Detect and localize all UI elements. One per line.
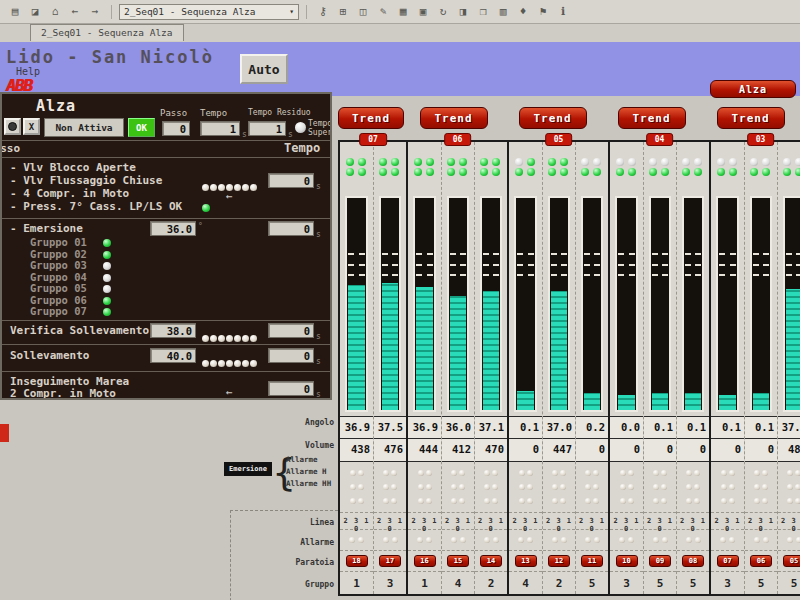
export-page-icon[interactable]: ◪ xyxy=(26,4,44,20)
paratoia-badge[interactable]: 13 xyxy=(515,555,537,567)
level-bar xyxy=(379,196,401,412)
paratoia-badge[interactable]: 16 xyxy=(414,555,436,567)
green-led xyxy=(682,168,690,176)
page-selector-dropdown[interactable]: 2_Seq01 - Sequenza Alza ▾ xyxy=(119,4,299,20)
print-icon[interactable]: ▤ xyxy=(6,4,24,20)
gruppo-number: 4 xyxy=(442,571,474,594)
green-led xyxy=(426,158,434,166)
volume-value: 0 xyxy=(745,439,777,462)
alarm-led xyxy=(620,484,626,490)
paratoia-badge[interactable]: 08 xyxy=(682,555,704,567)
alarm-led xyxy=(763,537,769,543)
trend-button[interactable]: Trend xyxy=(618,107,686,129)
paratoia-badge[interactable]: 17 xyxy=(379,555,401,567)
bar-tick-mark xyxy=(786,253,800,255)
group-number-badge[interactable]: 04 xyxy=(646,133,674,146)
paratoia-badge[interactable]: 14 xyxy=(480,555,502,567)
paratoia-badge[interactable]: 11 xyxy=(581,555,603,567)
alarm-leds-cell xyxy=(475,462,507,512)
alarm-led xyxy=(619,537,625,543)
database-icon[interactable]: ▣ xyxy=(414,4,432,20)
pin-icon[interactable]: ♦ xyxy=(514,4,532,20)
bar-tick-mark xyxy=(652,274,668,276)
bar-tick-mark xyxy=(753,253,769,255)
paratoia-badge[interactable]: 18 xyxy=(346,555,368,567)
page-icon[interactable]: ◫ xyxy=(354,4,372,20)
alarm-led xyxy=(418,470,424,476)
alarm-leds-cell xyxy=(745,462,777,512)
flag-icon[interactable]: ⚑ xyxy=(534,4,552,20)
tab-sequenza-alza[interactable]: 2_Seq01 - Sequenza Alza xyxy=(30,24,184,41)
alarm-led-row xyxy=(543,494,575,508)
alarm-leds-cell xyxy=(711,462,744,512)
home-icon[interactable]: ⌂ xyxy=(46,4,64,20)
columns-grid: 0736.94382 3 1 018137.54762 3 1 01730636… xyxy=(338,140,800,596)
back-icon[interactable]: ← xyxy=(66,4,84,20)
gate-bar-cell xyxy=(610,192,643,416)
alarm-led-row xyxy=(644,466,676,480)
group-number-badge[interactable]: 05 xyxy=(545,133,573,146)
key-icon[interactable]: ⚷ xyxy=(314,4,332,20)
trend-button[interactable]: Trend xyxy=(338,107,404,129)
levels-icon[interactable]: ▦ xyxy=(394,4,412,20)
trend-button[interactable]: Trend xyxy=(717,107,785,129)
bar-tick-mark xyxy=(450,264,466,266)
alarm-led xyxy=(653,470,659,476)
group-number-badge[interactable]: 03 xyxy=(747,133,775,146)
alarm-led xyxy=(492,470,498,476)
alarm-led xyxy=(459,498,465,504)
group-number-badge[interactable]: 07 xyxy=(359,133,387,146)
gate-column: 0.102 3 1 0065 xyxy=(744,142,777,594)
white-led xyxy=(795,158,800,166)
chart-icon[interactable]: ◨ xyxy=(454,4,472,20)
paratoia-cell: 15 xyxy=(442,550,474,571)
paratoia-cell: 06 xyxy=(745,550,777,571)
gate-column: 37.14702 3 1 0142 xyxy=(474,142,507,594)
white-led xyxy=(729,158,737,166)
alarm-led-row xyxy=(576,480,608,494)
indicator-dot xyxy=(250,184,257,191)
gruppo-number: 5 xyxy=(644,571,676,594)
paratoia-cell: 05 xyxy=(778,550,800,571)
bar-tick-mark xyxy=(584,253,600,255)
alarm-led-row xyxy=(442,494,474,508)
volume-value: 480 xyxy=(778,439,800,462)
paratoia-badge[interactable]: 06 xyxy=(750,555,772,567)
close-button[interactable]: X xyxy=(23,118,40,135)
window-icon[interactable]: ❒ xyxy=(474,4,492,20)
info-icon[interactable]: ℹ xyxy=(554,4,572,20)
paratoia-badge[interactable]: 12 xyxy=(548,555,570,567)
paratoia-badge[interactable]: 09 xyxy=(649,555,671,567)
refresh-icon[interactable]: ↻ xyxy=(434,4,452,20)
green-led xyxy=(762,168,770,176)
paratoia-badge[interactable]: 15 xyxy=(447,555,469,567)
gate-led-cluster xyxy=(340,142,373,192)
pen-icon[interactable]: ✎ xyxy=(374,4,392,20)
alarm-led xyxy=(661,484,667,490)
trend-button[interactable]: Trend xyxy=(420,107,488,129)
indicator-dot xyxy=(234,335,241,342)
paratoia-badge[interactable]: 07 xyxy=(717,555,739,567)
copy-icon[interactable]: ⊞ xyxy=(334,4,352,20)
alarm-led-row xyxy=(745,494,777,508)
alarm-led xyxy=(350,484,356,490)
paratoia-badge[interactable]: 10 xyxy=(616,555,638,567)
paratoia-badge[interactable]: 05 xyxy=(783,555,800,567)
stop-button[interactable] xyxy=(4,118,21,135)
alarm-led-row xyxy=(610,480,643,494)
gate-bar-cell xyxy=(509,192,542,416)
allarme-hh-row-label: Allarme HH xyxy=(286,478,331,490)
alarm-led xyxy=(754,498,760,504)
forward-icon[interactable]: → xyxy=(86,4,104,20)
page-selector-value: 2_Seq01 - Sequenza Alza xyxy=(124,6,256,17)
chart2-icon[interactable]: ▥ xyxy=(494,4,512,20)
alarm-led-row xyxy=(408,494,441,508)
auto-button[interactable]: Auto xyxy=(240,54,288,84)
ok-button[interactable]: OK xyxy=(128,118,155,137)
group-number-badge[interactable]: 06 xyxy=(444,133,472,146)
trend-button[interactable]: Trend xyxy=(519,107,587,129)
indicator-dot xyxy=(218,335,225,342)
gruppo-status-label: Gruppo 01 xyxy=(30,236,87,248)
white-led xyxy=(581,158,589,166)
alarm-led xyxy=(552,498,558,504)
